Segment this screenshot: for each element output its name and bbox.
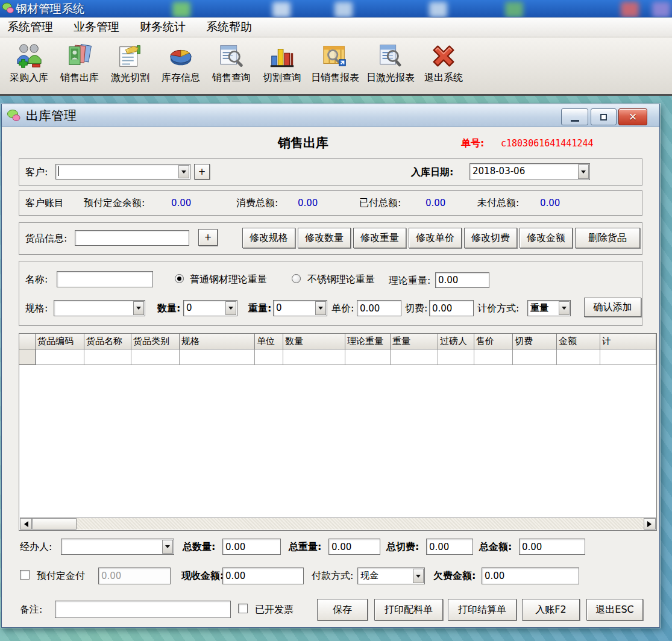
col-header-theory-weight[interactable]: 理论重量 <box>345 334 391 349</box>
print-material-list-button[interactable]: 打印配料单 <box>374 599 443 621</box>
col-header-spec[interactable]: 规格 <box>180 334 255 349</box>
total-cutfee-input[interactable] <box>426 539 473 555</box>
table-row[interactable] <box>19 349 656 365</box>
total-weight-input[interactable] <box>328 539 380 555</box>
cell[interactable] <box>131 349 180 365</box>
close-button[interactable]: ✕ <box>618 108 647 125</box>
toolbar-daily-sales-report[interactable]: 日销售报表 <box>307 41 363 86</box>
exit-esc-button[interactable]: 退出ESC <box>586 599 643 621</box>
customer-dropdown-button[interactable] <box>178 165 189 178</box>
cell[interactable] <box>255 349 283 365</box>
cell[interactable] <box>438 349 474 365</box>
qty-combobox[interactable]: 0 <box>183 300 237 316</box>
prepay-checkbox[interactable] <box>20 570 30 580</box>
invoiced-checkbox[interactable] <box>238 604 248 613</box>
row-selector-cell[interactable] <box>19 349 36 365</box>
price-input[interactable] <box>357 300 401 316</box>
scrollbar-track[interactable] <box>77 518 644 530</box>
payment-method-dropdown-button[interactable] <box>413 569 424 583</box>
remark-input[interactable] <box>55 601 231 618</box>
prepay-label[interactable]: 预付定金付 <box>37 570 85 583</box>
qty-dropdown-button[interactable] <box>225 301 236 315</box>
cell[interactable] <box>84 349 131 365</box>
radio-normal-steel[interactable] <box>175 274 184 283</box>
delete-goods-button[interactable]: 删除货品 <box>575 228 640 248</box>
radio-stainless-steel[interactable] <box>292 274 301 283</box>
menu-finance-stats[interactable]: 财务统计 <box>137 18 188 36</box>
col-header-sell-price[interactable]: 售价 <box>474 334 513 349</box>
total-qty-input[interactable] <box>222 539 281 555</box>
radio-normal-steel-label[interactable]: 普通钢材理论重量 <box>190 274 267 286</box>
scrollbar-thumb[interactable] <box>32 518 77 530</box>
window-titlebar[interactable]: 出库管理 ✕ <box>2 104 659 127</box>
goods-info-input[interactable] <box>75 230 189 246</box>
post-account-f2-button[interactable]: 入账F2 <box>522 599 580 621</box>
scroll-right-button[interactable] <box>644 518 656 530</box>
operator-dropdown-button[interactable] <box>162 540 173 554</box>
edit-qty-button[interactable]: 修改数量 <box>298 228 351 248</box>
menu-system-help[interactable]: 系统帮助 <box>204 18 254 36</box>
toolbar-purchase-in[interactable]: 采购入库 <box>4 41 54 86</box>
col-header-cutfee[interactable]: 切费 <box>513 334 557 349</box>
goods-add-button[interactable]: + <box>198 229 218 246</box>
col-header-goods-code[interactable]: 货品编码 <box>36 334 84 349</box>
cell[interactable] <box>180 349 255 365</box>
customer-add-button[interactable]: + <box>194 164 210 180</box>
cell[interactable] <box>513 349 557 365</box>
confirm-add-button[interactable]: 确认添加 <box>584 298 641 317</box>
print-settlement-button[interactable]: 打印结算单 <box>448 599 517 621</box>
payment-method-combobox[interactable]: 现金 <box>357 568 425 584</box>
scroll-left-button[interactable] <box>20 518 32 530</box>
cell[interactable] <box>600 349 656 365</box>
pricing-dropdown-button[interactable] <box>559 301 570 315</box>
col-header-qty[interactable]: 数量 <box>283 334 345 349</box>
radio-stainless-steel-label[interactable]: 不锈钢理论重量 <box>307 274 375 286</box>
cell[interactable] <box>474 349 513 365</box>
received-amount-input[interactable] <box>222 568 304 584</box>
spec-combobox[interactable] <box>54 300 145 316</box>
name-input[interactable] <box>57 271 153 287</box>
col-header-amount[interactable]: 金额 <box>557 334 600 349</box>
cell[interactable] <box>36 349 84 365</box>
weight-combobox[interactable]: 0 <box>273 300 327 316</box>
inbound-date-picker[interactable]: 2018-03-06 <box>469 163 590 180</box>
pricing-method-combobox[interactable]: 重量 <box>527 300 571 316</box>
cell[interactable] <box>391 349 438 365</box>
total-amount-input[interactable] <box>519 539 585 555</box>
col-header-unit[interactable]: 单位 <box>255 334 283 349</box>
arrears-input[interactable] <box>482 568 579 584</box>
col-header-goods-name[interactable]: 货品名称 <box>84 334 131 349</box>
toolbar-sales-query[interactable]: 销售查询 <box>206 41 257 86</box>
cell[interactable] <box>557 349 600 365</box>
toolbar-sales-out[interactable]: 销售出库 <box>54 41 105 86</box>
cell[interactable] <box>283 349 345 365</box>
toolbar-daily-laser-report[interactable]: 日激光报表 <box>363 41 418 86</box>
minimize-button[interactable] <box>561 108 588 125</box>
theory-weight-input[interactable] <box>435 272 489 288</box>
edit-amount-button[interactable]: 修改金额 <box>520 228 573 248</box>
cutfee-input[interactable] <box>429 300 474 316</box>
edit-weight-button[interactable]: 修改重量 <box>353 228 406 248</box>
col-header-pricing[interactable]: 计 <box>600 334 656 349</box>
maximize-button[interactable] <box>591 108 617 125</box>
edit-spec-button[interactable]: 修改规格 <box>242 228 295 248</box>
customer-combobox[interactable] <box>55 164 190 180</box>
menu-system-manage[interactable]: 系统管理 <box>5 18 55 36</box>
toolbar-exit-system[interactable]: 退出系统 <box>418 41 469 86</box>
col-header-weigher[interactable]: 过磅人 <box>438 334 474 349</box>
toolbar-cut-query[interactable]: 切割查询 <box>257 41 307 86</box>
menu-business-manage[interactable]: 业务管理 <box>71 18 122 36</box>
toolbar-laser-cut[interactable]: 激光切割 <box>105 41 155 86</box>
horizontal-scrollbar[interactable] <box>20 517 656 530</box>
spec-dropdown-button[interactable] <box>133 301 144 315</box>
cell[interactable] <box>345 349 391 365</box>
weight-dropdown-button[interactable] <box>315 301 326 315</box>
toolbar-inventory[interactable]: 库存信息 <box>155 41 206 86</box>
date-dropdown-button[interactable] <box>578 164 589 179</box>
col-header-goods-category[interactable]: 货品类别 <box>131 334 180 349</box>
col-header-weight[interactable]: 重量 <box>391 334 438 349</box>
edit-cutfee-button[interactable]: 修改切费 <box>464 228 517 248</box>
operator-combobox[interactable] <box>61 539 174 555</box>
edit-price-button[interactable]: 修改单价 <box>409 228 462 248</box>
invoiced-label[interactable]: 已开发票 <box>255 604 294 616</box>
